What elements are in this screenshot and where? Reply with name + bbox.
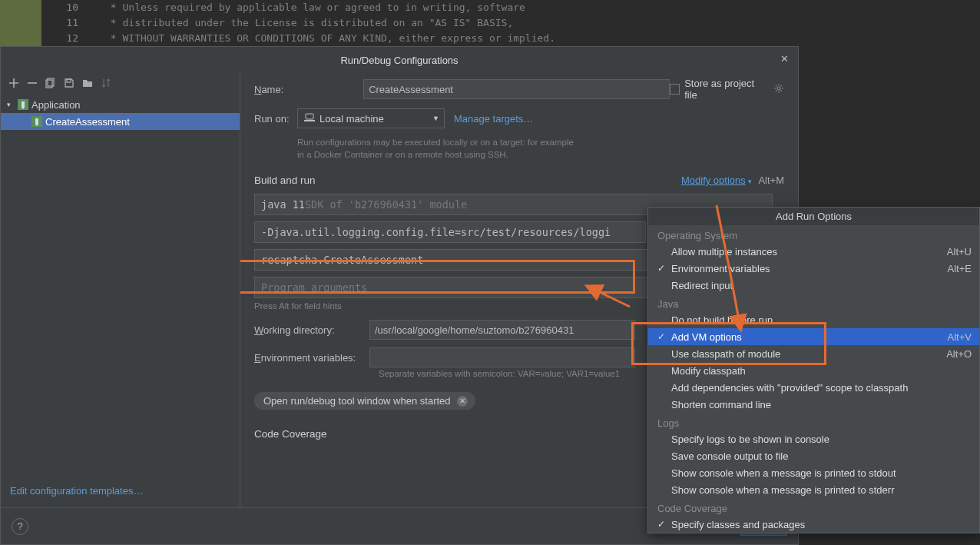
popup-item-label: Allow multiple instances <box>671 246 777 258</box>
name-label: Name: <box>254 84 363 95</box>
runon-hint: Run configurations may be executed local… <box>297 136 784 161</box>
tree-group-label: Application <box>31 99 81 111</box>
sort-icon[interactable] <box>101 78 111 88</box>
popup-item-label: Show console when a message is printed t… <box>671 484 895 496</box>
editor-line: * WITHOUT WARRANTIES OR CONDITIONS OF AN… <box>104 32 555 44</box>
run-on-value: Local machine <box>319 113 384 125</box>
application-icon <box>31 116 42 127</box>
chevron-down-icon: ▼ <box>432 115 439 122</box>
tree-item-label: CreateAssessment <box>45 116 130 128</box>
popup-group-java: Java <box>648 294 979 311</box>
popup-item-label: Specify logs to be shown in console <box>671 434 829 445</box>
popup-item[interactable]: Show console when a message is printed t… <box>648 464 979 481</box>
popup-item[interactable]: ✓Environment variablesAlt+E <box>648 260 979 277</box>
editor-line: * distributed under the License is distr… <box>104 17 513 28</box>
application-icon <box>18 99 28 110</box>
popup-item-label: Shorten command line <box>671 399 771 410</box>
keyboard-shortcut: Alt+E <box>948 263 972 274</box>
open-tool-window-chip[interactable]: Open run/debug tool window when started … <box>254 392 475 410</box>
gutter-diff-band <box>0 0 41 46</box>
svg-rect-6 <box>306 114 313 119</box>
tree-toolbar <box>1 73 240 93</box>
config-tree-panel: ▾ Application CreateAssessment <box>1 73 240 507</box>
chevron-down-icon[interactable]: ▾ <box>7 101 15 108</box>
annotation-highlight-vm <box>240 260 635 294</box>
modify-options-shortcut: Alt+M <box>758 174 784 186</box>
code-coverage-title: Code Coverage <box>254 428 327 440</box>
runon-label: Run on: <box>254 113 297 125</box>
popup-item[interactable]: Add dependencies with "provided" scope t… <box>648 379 979 396</box>
build-run-title: Build and run <box>254 174 316 186</box>
popup-item[interactable]: Specify logs to be shown in console <box>648 430 979 447</box>
svg-point-5 <box>777 87 780 90</box>
vm-options-field[interactable]: -Djava.util.logging.config.file=src/test… <box>254 221 646 243</box>
annotation-highlight-addvm <box>631 322 826 365</box>
modify-options-link[interactable]: Modify options ▾ <box>681 174 752 186</box>
popup-item[interactable]: Show console when a message is printed t… <box>648 481 979 498</box>
add-icon[interactable] <box>8 78 19 88</box>
env-label: Environment variables: <box>254 352 369 364</box>
popup-group-code-coverage: Code Coverage <box>648 498 979 516</box>
popup-item[interactable]: ✓Specify classes and packages <box>648 516 979 533</box>
store-label: Store as project file <box>684 78 764 101</box>
tree-group-application[interactable]: ▾ Application <box>1 96 240 113</box>
store-checkbox[interactable] <box>670 84 680 95</box>
popup-group-operating-system: Operating System <box>648 225 979 243</box>
popup-item[interactable]: Redirect input <box>648 277 979 294</box>
save-icon[interactable] <box>64 78 74 88</box>
svg-rect-2 <box>67 79 71 82</box>
popup-item-label: Show console when a message is printed t… <box>671 467 896 479</box>
line-number: 12 <box>48 32 78 44</box>
help-icon[interactable]: ? <box>12 518 28 535</box>
name-field[interactable] <box>363 79 670 99</box>
editor-background: 10 * Unless required by applicable law o… <box>0 0 980 46</box>
check-icon: ✓ <box>657 263 671 274</box>
close-icon[interactable]: ✕ <box>780 53 789 65</box>
popup-item-label: Modify classpath <box>671 365 746 377</box>
env-field[interactable] <box>369 347 635 367</box>
config-tree[interactable]: ▾ Application CreateAssessment <box>1 93 240 133</box>
run-on-select[interactable]: Local machine ▼ <box>297 108 445 128</box>
dialog-titlebar: Run/Debug Configurations ✕ <box>1 47 798 73</box>
popup-item-label: Specify classes and packages <box>671 519 805 530</box>
popup-item[interactable]: Shorten command line <box>648 396 979 413</box>
popup-item[interactable]: Save console output to file <box>648 447 979 464</box>
folder-icon[interactable] <box>82 78 93 88</box>
popup-item[interactable]: Allow multiple instancesAlt+U <box>648 243 979 260</box>
edit-templates-link[interactable]: Edit configuration templates… <box>1 485 240 497</box>
line-number: 11 <box>48 17 78 28</box>
remove-icon[interactable] <box>27 78 38 88</box>
keyboard-shortcut: Alt+V <box>948 331 972 343</box>
workdir-label: Working directory: <box>254 324 369 336</box>
popup-item-label: Environment variables <box>671 263 770 274</box>
popup-item-label: Add dependencies with "provided" scope t… <box>671 382 908 394</box>
popup-item-label: Save console output to file <box>671 450 789 462</box>
popup-item-label: Redirect input <box>671 280 733 291</box>
svg-rect-7 <box>304 120 315 121</box>
keyboard-shortcut: Alt+U <box>947 246 972 258</box>
editor-line: * Unless required by applicable law or a… <box>104 2 525 13</box>
check-icon: ✓ <box>657 519 671 530</box>
gear-icon[interactable] <box>773 83 784 96</box>
popup-group-logs: Logs <box>648 413 979 430</box>
copy-icon[interactable] <box>45 78 56 88</box>
manage-targets-link[interactable]: Manage targets… <box>454 113 533 125</box>
popup-title: Add Run Options <box>648 208 979 225</box>
remove-chip-icon[interactable]: ✕ <box>457 396 468 407</box>
dialog-title: Run/Debug Configurations <box>340 55 458 66</box>
keyboard-shortcut: Alt+O <box>946 348 972 360</box>
line-number: 10 <box>48 2 78 13</box>
laptop-icon <box>304 113 315 125</box>
add-run-options-popup: Add Run Options Operating SystemAllow mu… <box>647 207 980 533</box>
workdir-field[interactable] <box>369 320 635 340</box>
tree-item-createassessment[interactable]: CreateAssessment <box>1 113 240 130</box>
